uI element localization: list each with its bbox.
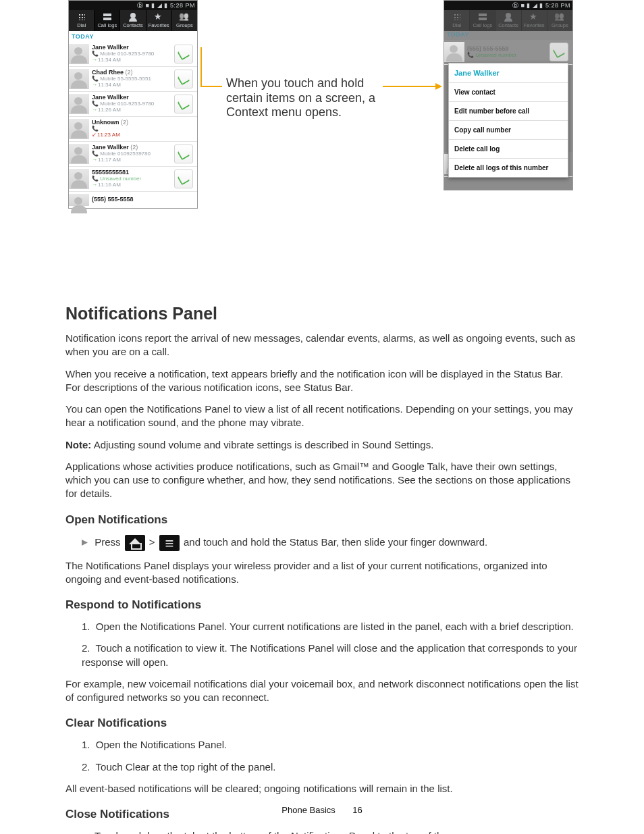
log-row[interactable]: Jane Wallker 📞 Mobile 010-9253-9780 11:2… [69,92,197,117]
tab-contacts[interactable]: Contacts [120,10,146,31]
row-name: Jane Wallker [92,44,129,51]
phone-tabbar: Dial Call logs Contacts Favorites Groups [69,10,197,31]
log-row[interactable]: Jane Wallker (2) 📞 Mobile 01092539780 11… [69,142,197,167]
para: When you receive a notification, text ap… [65,367,579,395]
log-row[interactable]: 55555555581 📞 Unsaved number 11:16 AM [69,167,197,192]
tab-favorites[interactable]: Favorites [146,10,172,31]
phone-left: ⓑ■▮◢▮5:28 PM Dial Call logs Contacts Fav… [68,0,198,209]
page-footer: Phone Basics 16 [0,805,644,815]
menu-icon [159,535,180,551]
call-button[interactable] [174,95,193,113]
callout-text: When you touch and hold certain items on… [226,76,381,120]
ctx-edit-number[interactable]: Edit number before call [449,102,568,121]
section-notifications: Notifications Panel [65,304,579,323]
bullet-icon [82,540,88,546]
context-menu: Jane Wallker View contact Edit number be… [448,63,568,178]
call-button[interactable] [174,145,193,163]
status-bar: ⓑ■▮◢▮5:28 PM [69,1,197,10]
call-button[interactable] [174,170,193,188]
avatar [69,44,89,64]
ctx-delete-all[interactable]: Delete all logs of this number [449,159,568,177]
tab-dial[interactable]: Dial [69,10,95,31]
callout-line [200,86,222,87]
note-label: Note: [65,439,91,450]
svg-marker-0 [82,540,88,546]
log-row[interactable]: Chad Rhee (2) 📞 Mobile 55-5555-5551 11:3… [69,67,197,92]
clear-heading: Clear Notifications [65,716,579,730]
call-button[interactable] [174,70,193,88]
context-menu-title: Jane Wallker [449,63,568,83]
callout-line [383,86,435,87]
tab-groups[interactable]: Groups [172,10,197,31]
log-row[interactable]: Unknown (2) 📞 11:23 AM [69,117,197,142]
arrow-right-icon [435,83,442,90]
log-row[interactable]: (555) 555-5558 [69,192,197,208]
tab-calllogs[interactable]: Call logs [95,10,120,31]
call-button[interactable] [174,45,193,63]
status-bar: ⓑ■▮◢▮5:28 PM [444,1,572,10]
open-notifications-heading: Open Notifications [65,513,579,527]
respond-heading: Respond to Notifications [65,598,579,612]
ctx-view-contact[interactable]: View contact [449,83,568,102]
phone-right: ⓑ■▮◢▮5:28 PM Dial Call logs Contacts Fav… [444,0,573,190]
home-icon [125,535,145,551]
today-header: TODAY [69,31,197,42]
ctx-copy-number[interactable]: Copy call number [449,121,568,140]
log-row[interactable]: Jane Wallker 📞 Mobile 010-9253-9780 11:3… [69,42,197,67]
ctx-delete-log[interactable]: Delete call log [449,140,568,159]
callout-line [200,47,202,87]
